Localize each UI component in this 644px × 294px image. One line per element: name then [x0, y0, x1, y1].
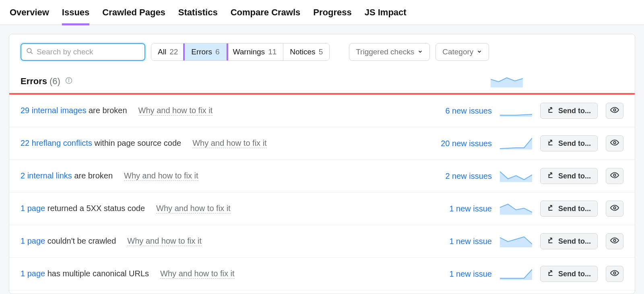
issue-description: within page source code	[92, 139, 181, 147]
send-to-label: Send to...	[558, 270, 591, 278]
share-arrow-icon	[547, 237, 554, 246]
view-button[interactable]	[606, 266, 623, 282]
filter-all-count: 22	[169, 48, 178, 56]
info-icon[interactable]	[65, 77, 72, 86]
issue-text: 2 internal links are brokenWhy and how t…	[21, 171, 419, 181]
why-and-how-link[interactable]: Why and how to fix it	[160, 269, 235, 279]
eye-icon	[610, 236, 619, 246]
why-and-how-link[interactable]: Why and how to fix it	[192, 139, 267, 148]
share-arrow-icon	[547, 106, 554, 116]
issue-link[interactable]: 2 internal links	[21, 171, 72, 180]
issues-panel: All 22 Errors 6 Warnings 11 Notices 5 Tr…	[9, 34, 635, 294]
filter-warnings[interactable]: Warnings 11	[227, 43, 284, 60]
filter-notices[interactable]: Notices 5	[283, 43, 329, 60]
issue-text: 1 page has multiple canonical URLsWhy an…	[21, 269, 419, 279]
issue-description: couldn't be crawled	[45, 236, 116, 245]
issue-title: 2 internal links are broken	[21, 171, 113, 180]
filter-all[interactable]: All 22	[151, 43, 185, 60]
chevron-down-icon	[417, 48, 423, 56]
share-arrow-icon	[547, 269, 554, 279]
tab-compare-crawls[interactable]: Compare Crawls	[231, 0, 301, 25]
section-title-count: (6)	[50, 76, 60, 87]
why-and-how-link[interactable]: Why and how to fix it	[124, 171, 198, 181]
tab-overview[interactable]: Overview	[10, 0, 49, 25]
view-button[interactable]	[606, 233, 623, 249]
triggered-checks-label: Triggered checks	[356, 48, 414, 56]
issue-title: 1 page returned a 5XX status code	[21, 204, 145, 213]
category-dropdown[interactable]: Category	[436, 43, 489, 61]
new-issues-link[interactable]: 20 new issues	[427, 139, 492, 148]
svg-line-1	[31, 52, 33, 54]
filter-errors-count: 6	[215, 48, 220, 56]
issue-text: 1 page couldn't be crawledWhy and how to…	[21, 236, 419, 246]
filter-all-label: All	[158, 48, 166, 56]
svg-point-10	[613, 272, 616, 274]
chevron-down-icon	[477, 48, 482, 56]
issue-link[interactable]: 1 page	[21, 269, 45, 278]
send-to-button[interactable]: Send to...	[540, 201, 598, 217]
why-and-how-link[interactable]: Why and how to fix it	[156, 204, 231, 213]
new-issues-link[interactable]: 6 new issues	[427, 106, 492, 116]
new-issues-link[interactable]: 1 new issue	[427, 204, 492, 213]
tab-progress[interactable]: Progress	[313, 0, 351, 25]
svg-point-7	[613, 174, 616, 176]
triggered-checks-dropdown[interactable]: Triggered checks	[349, 43, 430, 61]
section-title: Errors (6)	[21, 76, 72, 87]
tab-issues[interactable]: Issues	[62, 0, 90, 25]
issue-text: 1 page returned a 5XX status codeWhy and…	[21, 204, 419, 213]
why-and-how-link[interactable]: Why and how to fix it	[127, 236, 202, 246]
category-label: Category	[442, 48, 473, 56]
issue-sparkline	[500, 105, 532, 117]
search-input-wrap[interactable]	[21, 43, 145, 61]
issue-title: 1 page couldn't be crawled	[21, 236, 116, 246]
issue-sparkline	[500, 268, 532, 280]
tab-statistics[interactable]: Statistics	[178, 0, 218, 25]
send-to-button[interactable]: Send to...	[540, 135, 598, 151]
send-to-button[interactable]: Send to...	[540, 233, 598, 249]
eye-icon	[610, 138, 619, 149]
send-to-label: Send to...	[558, 237, 591, 246]
search-icon	[26, 48, 33, 56]
search-input[interactable]	[37, 48, 140, 56]
section-header: Errors (6)	[9, 65, 635, 93]
send-to-label: Send to...	[558, 107, 591, 115]
new-issues-link[interactable]: 2 new issues	[427, 172, 492, 181]
share-arrow-icon	[547, 172, 554, 181]
issue-link[interactable]: 1 page	[21, 236, 45, 245]
issue-row: 22 hreflang conflicts within page source…	[9, 127, 635, 160]
send-to-label: Send to...	[558, 205, 591, 213]
tab-js-impact[interactable]: JS Impact	[365, 0, 407, 25]
view-button[interactable]	[606, 135, 623, 151]
svg-point-4	[68, 79, 69, 79]
send-to-button[interactable]: Send to...	[540, 266, 598, 282]
svg-point-0	[27, 48, 31, 53]
filter-warnings-count: 11	[268, 48, 277, 56]
issue-sparkline	[500, 137, 532, 149]
view-button[interactable]	[606, 201, 623, 217]
issue-sparkline	[500, 170, 532, 182]
eye-icon	[610, 171, 619, 181]
section-title-text: Errors	[21, 76, 47, 87]
section-sparkline	[491, 75, 523, 87]
send-to-button[interactable]: Send to...	[540, 168, 598, 184]
issue-link[interactable]: 29 internal images	[21, 106, 86, 115]
why-and-how-link[interactable]: Why and how to fix it	[138, 106, 213, 116]
issue-link[interactable]: 22 hreflang conflicts	[21, 139, 92, 147]
tab-crawled-pages[interactable]: Crawled Pages	[102, 0, 165, 25]
issue-description: are broken	[72, 171, 113, 180]
view-button[interactable]	[606, 103, 623, 119]
svg-point-6	[613, 141, 616, 144]
svg-point-5	[613, 109, 616, 111]
new-issues-link[interactable]: 1 new issue	[427, 269, 492, 279]
filter-notices-label: Notices	[290, 48, 315, 56]
svg-point-8	[613, 207, 616, 209]
filter-errors[interactable]: Errors 6	[185, 43, 226, 60]
view-button[interactable]	[606, 168, 623, 184]
top-tabs: OverviewIssuesCrawled PagesStatisticsCom…	[0, 0, 644, 25]
filter-errors-label: Errors	[191, 48, 212, 56]
eye-icon	[610, 269, 619, 279]
issue-link[interactable]: 1 page	[21, 204, 45, 213]
new-issues-link[interactable]: 1 new issue	[427, 237, 492, 246]
send-to-button[interactable]: Send to...	[540, 103, 598, 119]
toolbar: All 22 Errors 6 Warnings 11 Notices 5 Tr…	[9, 34, 635, 65]
